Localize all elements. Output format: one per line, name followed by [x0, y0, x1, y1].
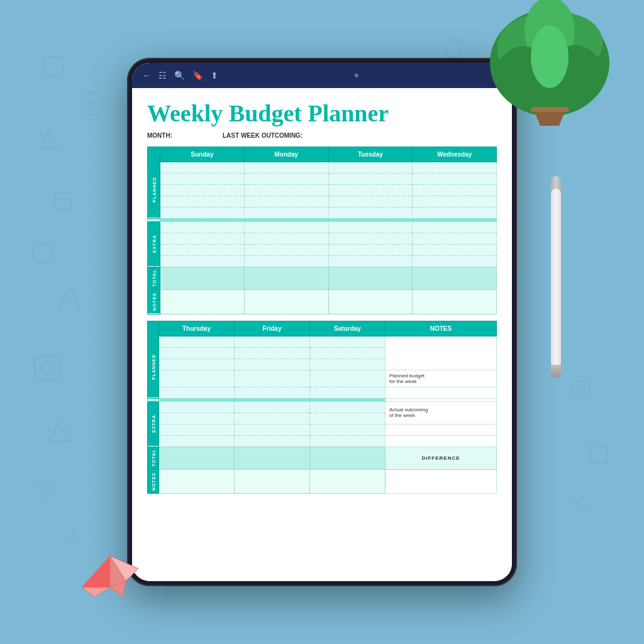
- cell-thu-planned-2[interactable]: [159, 347, 235, 358]
- cell-thu-total[interactable]: [159, 447, 235, 470]
- cell-fri-total[interactable]: [235, 447, 310, 470]
- planned-budget-label: Planned budgetfor the week: [386, 370, 497, 387]
- cell-sat-planned-1[interactable]: [310, 336, 386, 347]
- cell-mon-extra-3[interactable]: [244, 244, 328, 255]
- cell-wed-planned-3[interactable]: [413, 184, 497, 196]
- header-monday: Monday: [244, 147, 328, 162]
- cell-wed-extra-2[interactable]: [413, 233, 497, 244]
- back-icon[interactable]: ←: [142, 70, 151, 80]
- cell-sun-extra-4[interactable]: [160, 255, 245, 267]
- cell-fri-planned-3[interactable]: [235, 358, 310, 370]
- cell-sat-extra-2[interactable]: [310, 413, 386, 424]
- cell-sun-extra-2[interactable]: [160, 233, 245, 244]
- cell-sat-notes[interactable]: [310, 470, 386, 494]
- table-row: [148, 255, 497, 267]
- cell-mon-planned-2[interactable]: [244, 173, 328, 184]
- cell-mon-planned-1[interactable]: [244, 162, 328, 173]
- table-row: [148, 387, 497, 398]
- cell-thu-extra-3[interactable]: [159, 424, 235, 435]
- cell-wed-extra-1[interactable]: [413, 221, 497, 233]
- table-row: [148, 435, 497, 447]
- cell-wed-planned-2[interactable]: [413, 173, 497, 184]
- cell-fri-planned-1[interactable]: [235, 336, 310, 347]
- difference-input[interactable]: [386, 470, 497, 494]
- cell-thu-extra-1[interactable]: [159, 401, 235, 413]
- cell-wed-total[interactable]: [413, 267, 497, 290]
- cell-tue-planned-4[interactable]: [328, 196, 413, 207]
- cell-thu-notes[interactable]: [159, 470, 235, 494]
- svg-point-25: [531, 25, 569, 88]
- cell-tue-planned-2[interactable]: [328, 173, 413, 184]
- extra-notes-spare[interactable]: [386, 435, 497, 447]
- cell-sun-planned-5[interactable]: [160, 207, 245, 218]
- planned-budget-input[interactable]: [386, 387, 497, 398]
- cell-mon-extra-1[interactable]: [244, 221, 328, 233]
- cell-tue-extra-2[interactable]: [328, 233, 413, 244]
- cell-mon-planned-5[interactable]: [244, 207, 328, 218]
- cell-mon-extra-2[interactable]: [244, 233, 328, 244]
- cell-fri-extra-4[interactable]: [235, 435, 310, 447]
- cell-sun-total[interactable]: [160, 267, 245, 290]
- search-icon[interactable]: 🔍: [174, 70, 185, 80]
- cell-thu-extra-4[interactable]: [159, 435, 235, 447]
- cell-sat-total[interactable]: [310, 447, 386, 470]
- table-row: PLANNED: [148, 162, 497, 173]
- cell-mon-notes[interactable]: [244, 290, 328, 314]
- cell-tue-planned-3[interactable]: [328, 184, 413, 196]
- cell-wed-planned-1[interactable]: [413, 162, 497, 173]
- svg-point-21: [535, 7, 609, 74]
- cell-fri-planned-4[interactable]: [235, 370, 310, 387]
- cell-fri-notes[interactable]: [235, 470, 310, 494]
- notes-upper-panel[interactable]: [386, 336, 497, 370]
- cell-mon-total[interactable]: [244, 267, 328, 290]
- cell-wed-notes[interactable]: [413, 290, 497, 314]
- bookmark-icon[interactable]: 🔖: [192, 70, 203, 80]
- cell-sat-extra-1[interactable]: [310, 401, 386, 413]
- cell-wed-extra-3[interactable]: [413, 244, 497, 255]
- svg-rect-26: [531, 107, 569, 112]
- cell-tue-planned-5[interactable]: [328, 207, 413, 218]
- cell-wed-planned-5[interactable]: [413, 207, 497, 218]
- table-row: EXTRA Actual outcomingof the week: [148, 401, 497, 413]
- cell-mon-planned-3[interactable]: [244, 184, 328, 196]
- cell-fri-extra-2[interactable]: [235, 413, 310, 424]
- share-icon[interactable]: ⬆: [211, 70, 218, 80]
- cell-sat-planned-3[interactable]: [310, 358, 386, 370]
- cell-sat-planned-5[interactable]: [310, 387, 386, 398]
- cell-fri-planned-5[interactable]: [235, 387, 310, 398]
- cell-tue-notes[interactable]: [328, 290, 413, 314]
- cell-wed-extra-4[interactable]: [413, 255, 497, 267]
- cell-thu-planned-4[interactable]: [159, 370, 235, 387]
- cell-sat-planned-4[interactable]: [310, 370, 386, 387]
- cell-sat-extra-4[interactable]: [310, 435, 386, 447]
- cell-sun-extra-1[interactable]: [160, 221, 245, 233]
- cell-sat-planned-2[interactable]: [310, 347, 386, 358]
- cell-thu-extra-2[interactable]: [159, 413, 235, 424]
- cell-sat-extra-3[interactable]: [310, 424, 386, 435]
- undo-icon[interactable]: ↶: [494, 70, 502, 80]
- cell-mon-extra-4[interactable]: [244, 255, 328, 267]
- cell-sun-planned-4[interactable]: [160, 196, 245, 207]
- grid-icon[interactable]: ☷: [158, 70, 167, 80]
- cell-sun-notes[interactable]: [160, 290, 245, 314]
- cell-tue-planned-1[interactable]: [328, 162, 413, 173]
- cell-sun-planned-1[interactable]: [160, 162, 245, 173]
- cell-tue-total[interactable]: [328, 267, 413, 290]
- cell-thu-planned-5[interactable]: [159, 387, 235, 398]
- cell-tue-extra-3[interactable]: [328, 244, 413, 255]
- cell-tue-extra-1[interactable]: [328, 221, 413, 233]
- header-wednesday: Wednesday: [413, 147, 497, 162]
- cell-wed-planned-4[interactable]: [413, 196, 497, 207]
- cell-sun-extra-3[interactable]: [160, 244, 245, 255]
- cell-fri-planned-2[interactable]: [235, 347, 310, 358]
- cell-sun-planned-3[interactable]: [160, 184, 245, 196]
- cell-tue-extra-4[interactable]: [328, 255, 413, 267]
- cell-fri-extra-3[interactable]: [235, 424, 310, 435]
- cell-sun-planned-2[interactable]: [160, 173, 245, 184]
- header-friday: Friday: [235, 321, 310, 336]
- cell-fri-extra-1[interactable]: [235, 401, 310, 413]
- actual-outcoming-input[interactable]: [386, 424, 497, 435]
- cell-thu-planned-3[interactable]: [159, 358, 235, 370]
- cell-thu-planned-1[interactable]: [159, 336, 235, 347]
- cell-mon-planned-4[interactable]: [244, 196, 328, 207]
